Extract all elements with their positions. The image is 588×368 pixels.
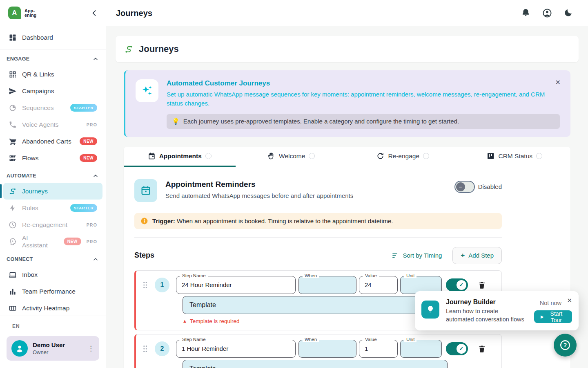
field-label: Unit	[404, 273, 416, 278]
user-card[interactable]: Demo User Owner ⋮	[7, 336, 99, 361]
add-button-label: Add Step	[468, 252, 494, 259]
value-input[interactable]	[359, 340, 397, 357]
tab-status-radio[interactable]	[309, 153, 315, 159]
value-input[interactable]	[359, 276, 397, 294]
tab-label: Re-engage	[388, 153, 419, 160]
laptop-icon	[9, 271, 17, 279]
tab-crm-status[interactable]: CRM Status	[459, 147, 571, 167]
sidebar-item-label: Dashboard	[22, 34, 53, 41]
banner-title: Automated Customer Journeys	[167, 79, 560, 88]
sidebar-item-journeys[interactable]: Journeys	[3, 183, 102, 200]
delete-step-button[interactable]	[478, 345, 486, 353]
toggle-thumb: ✓	[457, 344, 466, 354]
step-name-field[interactable]: Step Name	[176, 276, 296, 294]
question-mark-icon: ?	[559, 339, 571, 351]
toggle-thumb: –	[456, 182, 465, 191]
account-icon[interactable]	[542, 8, 552, 18]
category-enable-toggle[interactable]: –	[454, 181, 475, 193]
qr-code-icon	[9, 70, 17, 79]
sidebar-item-sequences[interactable]: Sequences STARTER	[3, 99, 102, 116]
step-name-input[interactable]	[176, 276, 295, 294]
drag-handle[interactable]	[143, 280, 148, 289]
route-icon	[124, 45, 134, 54]
new-badge: NEW	[64, 238, 81, 245]
start-tour-button[interactable]: ▶ Start Tour	[534, 310, 572, 323]
warning-icon: ▲	[183, 319, 187, 323]
close-icon[interactable]: ✕	[555, 79, 561, 86]
when-select[interactable]: When	[298, 340, 356, 358]
sort-by-timing-button[interactable]: Sort by Timing	[392, 252, 442, 259]
close-icon[interactable]: ✕	[567, 297, 572, 304]
sidebar-item-inbox[interactable]: Inbox	[3, 266, 102, 283]
template-select[interactable]: Template	[183, 296, 448, 314]
tab-status-radio[interactable]	[423, 153, 429, 159]
tab-status-radio[interactable]	[536, 153, 542, 159]
drag-handle[interactable]	[143, 344, 148, 353]
template-select[interactable]: Template	[183, 360, 448, 368]
sidebar-item-label: QR & Links	[22, 71, 54, 78]
sidebar-item-team-performance[interactable]: Team Performance	[3, 283, 102, 300]
tab-welcome[interactable]: Welcome	[236, 147, 347, 167]
tab-appointments[interactable]: Appointments	[124, 147, 236, 167]
trigger-banner: Trigger: When an appointment is booked. …	[134, 213, 502, 229]
tab-re-engage[interactable]: Re-engage	[347, 147, 459, 167]
value-field[interactable]: Value	[359, 340, 398, 358]
notifications-bell-icon[interactable]	[521, 8, 531, 18]
not-now-button[interactable]: Not now	[540, 300, 561, 306]
calendar-icon	[148, 152, 156, 160]
kebab-menu-icon[interactable]: ⋮	[87, 344, 94, 353]
tour-title: Journey Builder	[446, 298, 528, 306]
appointments-pane: Appointment Reminders Send automated Wha…	[134, 167, 502, 368]
step-name-field[interactable]: Step Name	[176, 340, 296, 358]
value-field[interactable]: Value	[359, 276, 398, 294]
clock-icon	[9, 221, 17, 229]
sequences-icon	[9, 104, 17, 112]
unit-select[interactable]: Unit	[400, 340, 442, 358]
add-step-button[interactable]: + Add Step	[452, 247, 502, 264]
sidebar-item-label: Re-engagement	[22, 221, 67, 229]
minus-icon: –	[459, 184, 462, 190]
sidebar-section-automate[interactable]: AUTOMATE	[0, 166, 106, 183]
sidebar-section-engage[interactable]: ENGAGE	[0, 49, 106, 66]
help-button[interactable]: ?	[554, 334, 577, 357]
step-name-input[interactable]	[176, 340, 295, 357]
section-label: ENGAGE	[7, 56, 30, 62]
step-enabled-toggle[interactable]: ✓	[446, 278, 468, 292]
tab-status-radio[interactable]	[205, 153, 212, 159]
calendar-icon	[134, 179, 157, 202]
phone-icon	[9, 121, 17, 129]
check-icon: ✓	[459, 282, 464, 288]
sidebar-item-label: Sequences	[22, 104, 54, 112]
trash-icon	[478, 345, 486, 353]
lightbulb-emoji-icon: 💡	[172, 118, 180, 125]
step-number: 1	[155, 278, 169, 292]
sidebar-item-abandoned-carts[interactable]: Abandoned Carts NEW	[3, 133, 102, 150]
ai-head-icon	[9, 238, 17, 246]
sidebar-item-re-engagement[interactable]: Re-engagement PRO	[3, 216, 102, 233]
sidebar-item-qr-links[interactable]: QR & Links	[3, 66, 102, 83]
dark-mode-moon-icon[interactable]	[564, 8, 573, 18]
step-enabled-toggle[interactable]: ✓	[446, 342, 468, 355]
sidebar-item-dashboard[interactable]: Dashboard	[3, 27, 102, 48]
user-role: Owner	[33, 349, 65, 355]
chevron-up-icon	[92, 173, 99, 179]
user-name: Demo User	[33, 341, 65, 348]
language-label[interactable]: EN	[12, 323, 99, 329]
sidebar-item-rules[interactable]: Rules STARTER	[3, 200, 102, 216]
sidebar-item-voice-agents[interactable]: Voice Agents PRO	[3, 116, 102, 133]
trash-icon	[478, 281, 486, 289]
refresh-icon	[376, 152, 384, 160]
field-label: When	[303, 337, 319, 342]
when-select[interactable]: When	[298, 276, 356, 294]
sidebar-item-campaigns[interactable]: Campaigns	[3, 83, 102, 99]
sidebar-item-ai-assistant[interactable]: AI Assistant NEW PRO	[3, 233, 102, 250]
sidebar-item-flows[interactable]: Flows NEW	[3, 150, 102, 166]
field-label: Value	[363, 337, 379, 342]
sidebar-item-activity-heatmap[interactable]: Activity Heatmap	[3, 300, 102, 316]
kanban-icon	[487, 152, 494, 160]
tip-box: 💡 Each journey uses pre-approved templat…	[167, 114, 560, 129]
error-text: Template is required	[190, 318, 240, 324]
sidebar-collapse-button[interactable]	[90, 9, 98, 17]
delete-step-button[interactable]	[478, 281, 486, 289]
sidebar-section-connect[interactable]: CONNECT	[0, 250, 106, 266]
